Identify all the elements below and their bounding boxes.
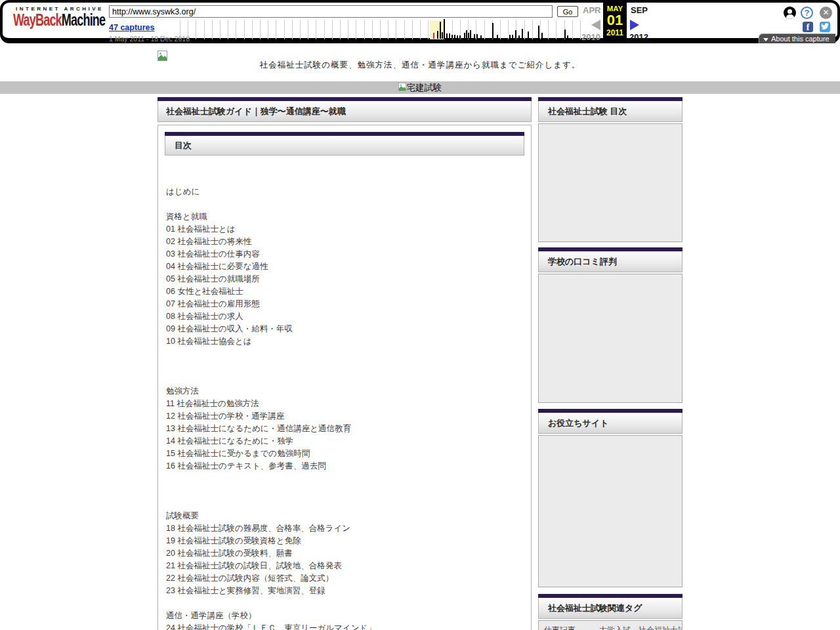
toc-link[interactable]: 18 社会福祉士試験の難易度、合格率、合格ライン bbox=[166, 522, 531, 535]
timeline-capture-bar[interactable] bbox=[446, 33, 448, 39]
timeline-tick bbox=[324, 20, 325, 39]
captures-link[interactable]: 47 captures bbox=[109, 23, 154, 32]
timeline-tick bbox=[388, 20, 388, 39]
toc-link[interactable]: 16 社会福祉士のテキスト、参考書、過去問 bbox=[166, 460, 531, 472]
prev-month-label[interactable]: APR bbox=[583, 5, 600, 15]
timeline-capture-bar[interactable] bbox=[518, 35, 520, 39]
timeline-capture-bar[interactable] bbox=[452, 35, 453, 39]
twitter-share-icon[interactable] bbox=[820, 22, 830, 32]
toc-link[interactable]: 11 社会福祉士の勉強方法 bbox=[166, 398, 531, 410]
toc-link[interactable]: 04 社会福祉士に必要な適性 bbox=[166, 261, 531, 273]
timeline-capture-bar[interactable] bbox=[564, 30, 566, 39]
toc-link[interactable]: 21 社会福祉士試験の試験日、試験地、合格発表 bbox=[166, 560, 531, 572]
go-button[interactable]: Go bbox=[557, 6, 578, 17]
timeline-tick bbox=[524, 20, 525, 39]
timeline-tick bbox=[252, 20, 253, 39]
timeline-capture-bar[interactable] bbox=[522, 29, 523, 39]
timeline-tick bbox=[420, 20, 421, 39]
account-icon[interactable] bbox=[784, 7, 796, 19]
toc-link[interactable]: 06 女性と社会福祉士 bbox=[166, 285, 531, 298]
timeline-capture-bar[interactable] bbox=[476, 34, 478, 39]
wayback-logo[interactable]: INTERNET ARCHIVE WayBackMachine bbox=[13, 6, 105, 29]
timeline-capture-bar[interactable] bbox=[466, 30, 467, 39]
timeline-capture-bar[interactable] bbox=[464, 33, 465, 39]
timeline-capture-bar[interactable] bbox=[468, 33, 469, 39]
sidebar-tag-links[interactable]: 仕事記事 → 大学入試 社会福祉士試験 bbox=[539, 621, 682, 630]
timeline-capture-bar[interactable] bbox=[457, 35, 458, 39]
timeline-capture-bar[interactable] bbox=[470, 30, 471, 39]
toc-link[interactable]: 23 社会福祉士と実務修習、実地演習、登録 bbox=[166, 585, 531, 597]
about-this-capture-button[interactable]: About this capture bbox=[759, 33, 835, 43]
close-toolbar-icon[interactable]: ✕ bbox=[820, 7, 832, 19]
toc-link[interactable]: 12 社会福祉士の学校・通学講座 bbox=[166, 410, 531, 423]
timeline-tick bbox=[284, 20, 285, 39]
timeline-capture-bar[interactable] bbox=[437, 31, 438, 39]
timeline-capture-bar[interactable] bbox=[509, 35, 511, 39]
timeline-capture-bar[interactable] bbox=[492, 23, 494, 39]
toc-link[interactable]: 13 社会福祉士になるために・通信講座と通信教育 bbox=[166, 423, 531, 435]
timeline-tick bbox=[372, 20, 373, 39]
site-tagline: 社会福祉士試験の概要、勉強方法、通信・通学講座から就職までご紹介します。 bbox=[0, 60, 840, 71]
next-year-label[interactable]: 2012 bbox=[629, 32, 648, 42]
timeline-tick bbox=[556, 20, 556, 39]
toc-link[interactable]: 24 社会福祉士の学校「ＬＥＣ 東京リーガルマインド」 bbox=[166, 622, 531, 630]
next-month-label[interactable]: SEP bbox=[631, 5, 648, 15]
timeline-capture-bar[interactable] bbox=[528, 32, 529, 39]
timeline-capture-bar[interactable] bbox=[538, 26, 539, 39]
timeline-tick bbox=[228, 20, 228, 39]
timeline-tick bbox=[348, 20, 348, 39]
capture-timeline[interactable] bbox=[180, 20, 580, 39]
timeline-current-capture-bar[interactable] bbox=[433, 33, 434, 39]
toc-link[interactable]: 09 社会福祉士の収入・給料・年収 bbox=[166, 323, 531, 335]
toc-link[interactable]: 19 社会福祉士試験の受験資格と免除 bbox=[166, 535, 531, 547]
toc-link[interactable]: 10 社会福祉士協会とは bbox=[166, 335, 531, 348]
timeline-capture-bar[interactable] bbox=[444, 19, 445, 39]
toc-link[interactable]: 01 社会福祉士とは bbox=[166, 223, 531, 236]
timeline-capture-bar[interactable] bbox=[512, 35, 513, 39]
sidebar-box-title: 社会福祉士試験 目次 bbox=[538, 101, 682, 122]
wayback-machine-label: WayBackMachine bbox=[13, 10, 89, 30]
timeline-capture-bar[interactable] bbox=[440, 22, 441, 39]
timeline-tick bbox=[308, 20, 308, 39]
next-capture-arrow-icon[interactable] bbox=[630, 20, 639, 30]
toc-section: 通信・通学講座（学校）24 社会福祉士の学校「ＬＥＣ 東京リーガルマインド」 bbox=[166, 610, 531, 630]
timeline-tick bbox=[236, 20, 236, 39]
timeline-tick bbox=[204, 20, 205, 39]
toc-link[interactable]: 02 社会福祉士の将来性 bbox=[166, 236, 531, 248]
timeline-tick bbox=[220, 20, 220, 39]
banner-link[interactable]: 宅建試験 bbox=[398, 83, 442, 93]
prev-year-label[interactable]: 2010 bbox=[581, 32, 600, 42]
wayback-toolbar: INTERNET ARCHIVE WayBackMachine Go 47 ca… bbox=[0, 0, 840, 43]
toc-link[interactable]: 08 社会福祉士の求人 bbox=[166, 310, 531, 323]
facebook-share-icon[interactable]: f bbox=[803, 22, 813, 32]
timeline-tick bbox=[180, 20, 180, 39]
toc-link[interactable]: 15 社会福祉士に受かるまでの勉強時間 bbox=[166, 448, 531, 460]
url-input[interactable] bbox=[109, 5, 553, 18]
timeline-capture-bar[interactable] bbox=[474, 34, 475, 39]
timeline-capture-bar[interactable] bbox=[497, 35, 498, 39]
toc-link[interactable]: 14 社会福祉士になるために・独学 bbox=[166, 435, 531, 448]
toc-list: はじめに資格と就職01 社会福祉士とは02 社会福祉士の将来性03 社会福祉士の… bbox=[166, 186, 531, 630]
timeline-tick bbox=[380, 20, 381, 39]
timeline-capture-bar[interactable] bbox=[459, 35, 461, 39]
sidebar: 社会福祉士試験 目次学校の口コミ評判お役立ちサイト社会福祉士試験関連タグ仕事記事… bbox=[538, 97, 682, 630]
toc-link[interactable]: 07 社会福祉士の雇用形態 bbox=[166, 298, 531, 310]
timeline-capture-bar[interactable] bbox=[449, 33, 450, 39]
page-title: 社会福祉士試験ガイド｜独学〜通信講座〜就職 bbox=[158, 101, 532, 122]
toc-link[interactable]: 03 社会福祉士の仕事内容 bbox=[166, 248, 531, 261]
timeline-capture-bar[interactable] bbox=[567, 35, 568, 39]
toc-link[interactable]: 20 社会福祉士試験の受験料、願書 bbox=[166, 547, 531, 560]
current-day-label: 01 bbox=[603, 13, 627, 28]
toc-link[interactable]: 22 社会福祉士の試験内容（短答式、論文式） bbox=[166, 572, 531, 585]
timeline-capture-bar[interactable] bbox=[454, 35, 455, 39]
prev-capture-arrow-icon[interactable] bbox=[591, 20, 600, 30]
timeline-capture-bar[interactable] bbox=[515, 30, 516, 39]
timeline-tick bbox=[244, 20, 245, 39]
toc-link[interactable]: 05 社会福祉士の就職場所 bbox=[166, 273, 531, 285]
help-icon[interactable]: ? bbox=[801, 7, 813, 19]
timeline-tick bbox=[396, 20, 396, 39]
timeline-capture-bar[interactable] bbox=[442, 32, 443, 39]
timeline-capture-bar[interactable] bbox=[541, 33, 543, 39]
timeline-capture-bar[interactable] bbox=[480, 35, 482, 39]
timeline-tick bbox=[484, 20, 485, 39]
